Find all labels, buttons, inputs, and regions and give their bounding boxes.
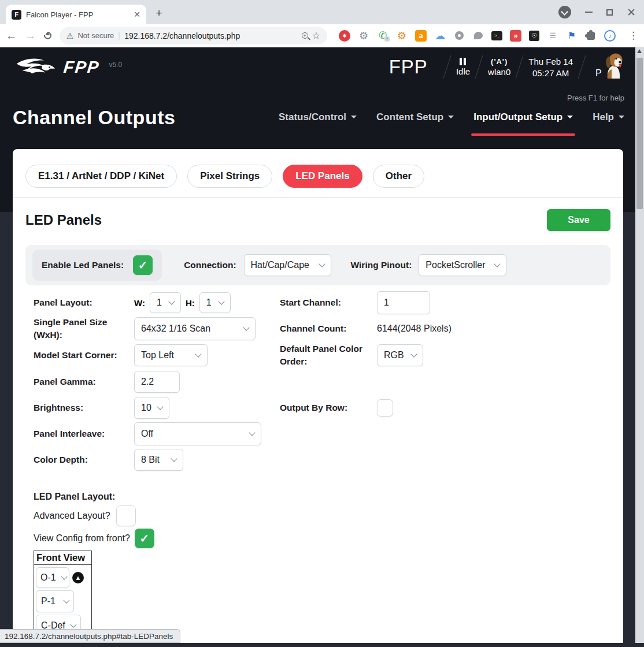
fpp-logo-text: FPP	[62, 58, 101, 77]
start-channel-input[interactable]	[377, 291, 430, 314]
divider	[443, 55, 451, 79]
browser-tab[interactable]: F Falcon Player - FPP ✕	[6, 5, 146, 24]
nav-help[interactable]: Help	[593, 111, 624, 124]
chevron-down-icon	[351, 116, 357, 118]
model-start-corner-select[interactable]: Top Left	[134, 344, 208, 366]
falcon-icon	[15, 57, 57, 77]
page-scrollbar[interactable]	[635, 47, 644, 643]
time-label: 05:27 AM	[532, 68, 569, 78]
view-config-front-checkbox[interactable]: ✓	[135, 529, 154, 548]
chevron-down-icon	[218, 298, 224, 304]
help-hint: Press F1 for help	[567, 94, 624, 102]
fpp-logo[interactable]: FPP v5.0	[15, 57, 122, 77]
browser-titlebar: F Falcon Player - FPP ✕ + ✕	[0, 0, 644, 24]
tab-other[interactable]: Other	[373, 165, 424, 188]
divider	[578, 55, 586, 79]
forward-button[interactable]: →	[25, 29, 36, 42]
maximize-button[interactable]	[606, 9, 613, 16]
browser-toolbar: ← → ⚠ Not secure | 192.168.7.2/channelou…	[0, 24, 644, 47]
advanced-layout-checkbox[interactable]	[116, 505, 136, 526]
datetime: Thu Feb 14 05:27 AM	[528, 57, 573, 78]
connection-select[interactable]: Hat/Cap/Cape	[244, 254, 331, 276]
minimize-button[interactable]	[585, 12, 593, 13]
enable-bar: Enable Led Panels: ✓ Connection: Hat/Cap…	[25, 245, 610, 285]
reload-button[interactable]	[42, 30, 53, 40]
nav-content-setup[interactable]: Content Setup	[376, 111, 454, 124]
browser-menu-icon[interactable]: ⋮	[628, 29, 638, 42]
single-panel-size-select[interactable]: 64x32 1/16 Scan	[134, 317, 256, 340]
channel-count-label: Channel Count:	[280, 322, 377, 335]
wiring-pinout-select[interactable]: PocketScroller	[419, 254, 506, 276]
chevron-down-icon	[70, 621, 76, 627]
panel-number-select[interactable]: P-1	[36, 590, 74, 612]
nav-status-control[interactable]: Status/Control	[279, 111, 357, 124]
output-by-row-checkbox[interactable]	[377, 399, 393, 417]
not-secure-label: Not secure	[77, 31, 114, 40]
arrow-up-icon[interactable]: ▲	[72, 572, 84, 583]
panel-gamma-input[interactable]	[134, 371, 180, 393]
start-channel-label: Start Channel:	[280, 296, 377, 309]
terminal-icon[interactable]: >_	[491, 31, 502, 40]
page-title: Channel Outputs	[13, 106, 175, 129]
donut-ring-icon[interactable]	[453, 30, 465, 42]
scrollbar-up-arrow[interactable]	[637, 49, 642, 53]
content-blocker-icon[interactable]: ✱	[339, 30, 350, 42]
save-button[interactable]: Save	[547, 209, 610, 231]
chevron-down-icon	[157, 403, 163, 410]
flag-icon[interactable]: ⚑	[566, 30, 578, 42]
default-color-order-select[interactable]: RGB	[377, 344, 423, 366]
default-color-order-label: Default Panel Color Order:	[280, 343, 377, 369]
chevron-down-icon	[567, 116, 573, 118]
chat-bubble-icon[interactable]	[472, 30, 484, 42]
browser-update-icon[interactable]	[558, 6, 571, 18]
window-bottom-edge	[0, 643, 644, 647]
enable-led-panels-checkbox[interactable]: ✓	[133, 255, 153, 275]
player-status: Idle	[456, 58, 470, 76]
panel-output-select[interactable]: O-1	[36, 567, 69, 588]
player-status-label: Idle	[456, 66, 470, 76]
divider	[475, 55, 483, 79]
bookmark-star-icon[interactable]: ☆	[312, 30, 320, 41]
panel-layout-label: Panel Layout:	[34, 296, 134, 309]
status-link-tooltip: 192.168.7.2/channeloutputs.php#tab-LEDPa…	[0, 629, 180, 643]
tab-close-icon[interactable]: ✕	[134, 10, 140, 18]
url-text[interactable]: 192.168.7.2/channeloutputs.php	[124, 31, 297, 40]
video-speed-icon[interactable]: »	[510, 30, 521, 42]
new-tab-button[interactable]: +	[151, 6, 166, 21]
amazon-icon[interactable]: a	[415, 30, 427, 42]
address-bar[interactable]: ⚠ Not secure | 192.168.7.2/channeloutput…	[60, 27, 327, 44]
fpp-version: v5.0	[109, 61, 122, 69]
scrollbar-thumb[interactable]	[636, 58, 643, 209]
panel-width-select[interactable]: 1	[150, 292, 181, 313]
call-assistant-icon[interactable]: ✆?	[377, 30, 388, 42]
brightness-select[interactable]: 10	[134, 397, 169, 419]
panel-interleave-select[interactable]: Off	[134, 422, 261, 445]
orange-gear-icon[interactable]: ⚙	[396, 30, 408, 42]
layers-stack-icon[interactable]: ☰	[547, 30, 558, 42]
zoom-icon[interactable]: +	[302, 32, 308, 39]
cloud-icon[interactable]: ☁	[434, 30, 446, 42]
omnibox-divider: |	[118, 31, 120, 40]
tab-pixel-strings[interactable]: Pixel Strings	[187, 165, 272, 188]
chevron-down-icon	[61, 573, 67, 579]
panel-gamma-label: Panel Gamma:	[34, 375, 134, 388]
date-label: Thu Feb 14	[528, 57, 573, 66]
content-card: E1.31 / ArtNet / DDP / KiNet Pixel Strin…	[13, 149, 623, 647]
panel-height-select[interactable]: 1	[199, 292, 231, 313]
advanced-layout-label: Advanced Layout?	[34, 511, 110, 521]
avatar-background-letter: P	[595, 68, 602, 79]
color-depth-select[interactable]: 8 Bit	[134, 449, 183, 471]
nav-input-output-setup[interactable]: Input/Output Setup	[473, 111, 573, 124]
music-note-icon[interactable]: ♪	[604, 30, 616, 42]
tab-e131-artnet[interactable]: E1.31 / ArtNet / DDP / KiNet	[25, 165, 177, 188]
avatar[interactable]: P	[600, 52, 629, 82]
antenna-icon: ('A')	[491, 57, 508, 66]
back-button[interactable]: ←	[6, 29, 17, 42]
tab-led-panels[interactable]: LED Panels	[283, 165, 362, 188]
lamp-icon[interactable]: ☉	[529, 31, 539, 41]
settings-gear-icon[interactable]: ⚙	[358, 30, 369, 42]
output-tabs: E1.31 / ArtNet / DDP / KiNet Pixel Strin…	[13, 149, 623, 198]
chevron-down-icon	[319, 261, 325, 267]
close-button[interactable]: ✕	[627, 7, 636, 18]
puzzle-icon[interactable]	[585, 30, 597, 42]
